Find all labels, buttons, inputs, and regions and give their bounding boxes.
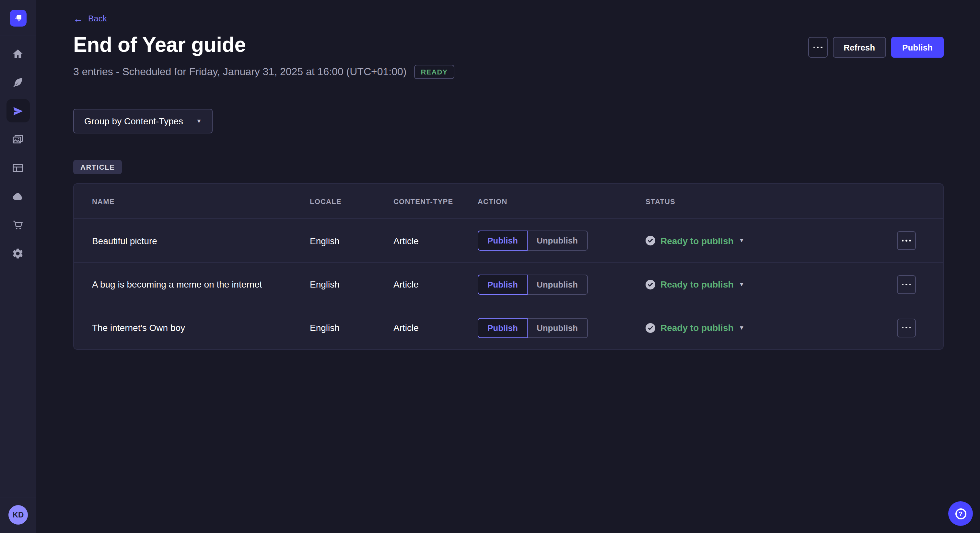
check-circle-icon xyxy=(646,279,655,289)
user-avatar[interactable]: KD xyxy=(8,505,28,525)
publish-toggle-group: Publish Unpublish xyxy=(478,230,587,251)
ellipsis-icon xyxy=(902,283,911,285)
entry-locale: English xyxy=(310,322,393,333)
entry-action: Publish Unpublish xyxy=(478,274,646,294)
table-row: The internet's Own boy English Article P… xyxy=(74,306,943,349)
entry-action: Publish Unpublish xyxy=(478,230,646,251)
question-circle-icon: ? xyxy=(955,508,966,519)
release-more-button[interactable] xyxy=(808,37,827,58)
chevron-down-icon: ▼ xyxy=(739,281,745,287)
entry-content-type: Article xyxy=(393,279,478,289)
gear-icon xyxy=(12,247,24,259)
sidebar-item-content-manager[interactable] xyxy=(6,71,30,94)
table-body: Beautiful picture English Article Publis… xyxy=(74,219,943,349)
back-label: Back xyxy=(88,14,107,23)
entry-more xyxy=(897,318,916,337)
entry-status[interactable]: Ready to publish ▼ xyxy=(646,322,877,333)
sidebar-item-releases[interactable] xyxy=(6,99,30,122)
table-row: Beautiful picture English Article Publis… xyxy=(74,219,943,262)
status-label: Ready to publish xyxy=(660,235,734,246)
sidebar-footer: KD xyxy=(0,497,36,533)
cloud-icon xyxy=(12,190,24,202)
publish-toggle[interactable]: Publish xyxy=(478,274,528,294)
refresh-button[interactable]: Refresh xyxy=(832,37,886,58)
sidebar-item-marketplace[interactable] xyxy=(6,213,30,236)
ellipsis-icon xyxy=(813,46,822,48)
unpublish-toggle[interactable]: Unpublish xyxy=(528,318,587,338)
check-circle-icon xyxy=(646,323,655,333)
publish-toggle-group: Publish Unpublish xyxy=(478,318,587,338)
sidebar-divider xyxy=(0,36,36,36)
feather-icon xyxy=(12,76,24,89)
chevron-down-icon: ▼ xyxy=(739,238,745,244)
entry-more xyxy=(897,275,916,294)
publish-toggle[interactable]: Publish xyxy=(478,318,528,338)
table-row: A bug is becoming a meme on the internet… xyxy=(74,262,943,306)
layout-icon xyxy=(12,162,24,174)
column-header-status: STATUS xyxy=(646,197,877,205)
entry-action: Publish Unpublish xyxy=(478,318,646,338)
ellipsis-icon xyxy=(902,327,911,328)
group-by-select[interactable]: Group by Content-Types ▼ xyxy=(73,109,213,133)
chevron-down-icon: ▼ xyxy=(739,325,745,331)
release-summary: 3 entries - Scheduled for Friday, Januar… xyxy=(73,66,406,78)
app-window: KD ← Back End of Year guide 3 entries - … xyxy=(0,0,980,533)
column-header-content-type: CONTENT-TYPE xyxy=(393,197,478,205)
status-label: Ready to publish xyxy=(660,322,734,333)
cart-icon xyxy=(12,219,24,231)
content-type-chip: ARTICLE xyxy=(73,160,122,174)
strapi-logo[interactable] xyxy=(10,10,26,27)
table-header: NAME LOCALE CONTENT-TYPE ACTION STATUS xyxy=(74,184,943,219)
column-header-action: ACTION xyxy=(478,197,646,205)
entry-locale: English xyxy=(310,279,393,289)
row-more-button[interactable] xyxy=(897,275,916,294)
page-header: ← Back End of Year guide 3 entries - Sch… xyxy=(73,13,944,79)
chevron-down-icon: ▼ xyxy=(196,118,202,124)
entry-content-type: Article xyxy=(393,322,478,333)
sidebar-item-content-type-builder[interactable] xyxy=(6,156,30,179)
entry-status[interactable]: Ready to publish ▼ xyxy=(646,279,877,289)
home-icon xyxy=(12,48,24,60)
status-label: Ready to publish xyxy=(660,279,734,289)
entries-table: NAME LOCALE CONTENT-TYPE ACTION STATUS B… xyxy=(73,183,944,350)
entry-status[interactable]: Ready to publish ▼ xyxy=(646,235,877,246)
strapi-logo-icon xyxy=(12,12,24,24)
entry-locale: English xyxy=(310,235,393,246)
subtitle-row: 3 entries - Scheduled for Friday, Januar… xyxy=(73,65,944,79)
media-library-icon xyxy=(12,133,24,145)
sidebar-item-settings[interactable] xyxy=(6,241,30,265)
paper-plane-icon xyxy=(12,105,24,117)
publish-toggle[interactable]: Publish xyxy=(478,230,528,251)
main-content: ← Back End of Year guide 3 entries - Sch… xyxy=(36,0,980,533)
back-link[interactable]: ← Back xyxy=(73,14,107,23)
sidebar-item-home[interactable] xyxy=(6,42,30,65)
publish-toggle-group: Publish Unpublish xyxy=(478,274,587,294)
entry-name: A bug is becoming a meme on the internet xyxy=(92,279,310,289)
sidebar-nav xyxy=(6,42,30,265)
row-more-button[interactable] xyxy=(897,231,916,250)
entry-more xyxy=(897,231,916,250)
unpublish-toggle[interactable]: Unpublish xyxy=(528,230,587,251)
group-by-label: Group by Content-Types xyxy=(84,116,183,126)
unpublish-toggle[interactable]: Unpublish xyxy=(528,274,587,294)
column-header-name: NAME xyxy=(92,197,310,205)
publish-button[interactable]: Publish xyxy=(891,37,944,58)
header-actions: Refresh Publish xyxy=(808,37,944,58)
column-header-locale: LOCALE xyxy=(310,197,393,205)
check-circle-icon xyxy=(646,236,655,246)
entry-content-type: Article xyxy=(393,235,478,246)
row-more-button[interactable] xyxy=(897,318,916,337)
sidebar-item-media-library[interactable] xyxy=(6,128,30,151)
help-button[interactable]: ? xyxy=(948,501,973,526)
entry-name: The internet's Own boy xyxy=(92,322,310,333)
sidebar-divider xyxy=(0,497,36,497)
sidebar: KD xyxy=(0,0,36,533)
status-badge: READY xyxy=(414,65,454,79)
back-arrow-icon: ← xyxy=(73,14,83,23)
sidebar-item-deploy[interactable] xyxy=(6,185,30,208)
entry-name: Beautiful picture xyxy=(92,235,310,246)
ellipsis-icon xyxy=(902,240,911,241)
